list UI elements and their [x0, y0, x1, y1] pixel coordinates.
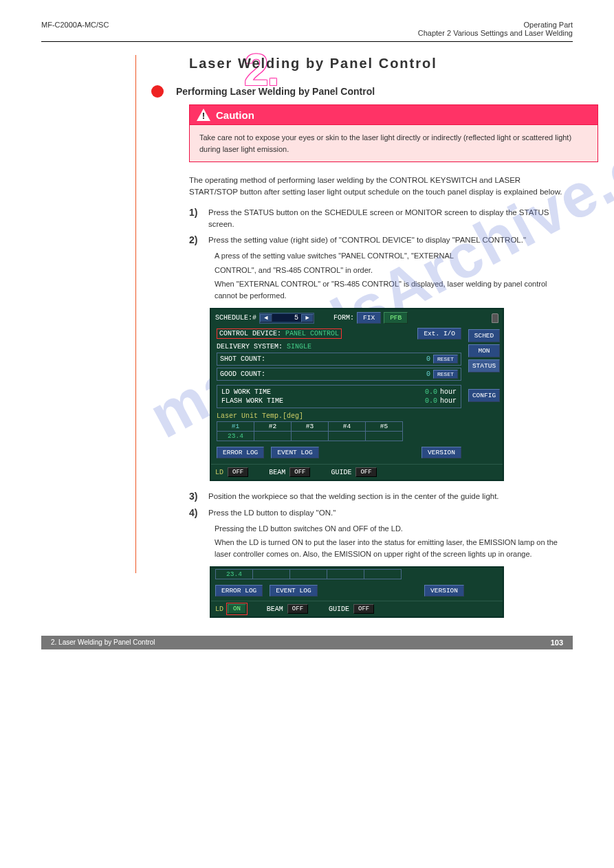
good-count-value: 0 — [426, 370, 430, 378]
subsection-title: Performing Laser Welding by Panel Contro… — [176, 86, 375, 97]
ext-io-button[interactable]: Ext. I/O — [417, 328, 461, 340]
temp-val-5 — [366, 432, 403, 441]
temp-val-5 — [364, 570, 402, 579]
schedule-prev-button[interactable]: ◄ — [260, 314, 272, 322]
pfb-button[interactable]: PFB — [384, 312, 408, 324]
beam-label: BEAM — [267, 605, 283, 613]
step-note: When the LD is turned ON to put the lase… — [215, 537, 567, 559]
step-note: A press of the setting value switches "P… — [215, 250, 567, 262]
temp-table: 23.4 — [215, 569, 402, 579]
footer-left: 2. Laser Welding by Panel Control — [51, 638, 155, 646]
guide-toggle[interactable]: OFF — [355, 467, 376, 477]
bullet-icon — [151, 85, 164, 98]
temp-val-4 — [329, 432, 366, 441]
section-title: Laser Welding by Panel Control — [189, 56, 567, 71]
section-category: Operating Part — [418, 21, 573, 29]
shot-count-label: SHOT COUNT: — [220, 355, 265, 363]
temp-val-4 — [327, 570, 364, 579]
control-device-label: CONTROL DEVICE: — [219, 330, 281, 337]
step-note: Pressing the LD button switches ON and O… — [215, 523, 567, 535]
chapter-ref: Chapter 2 Various Settings and Laser Wel… — [418, 29, 573, 37]
delivery-value: SINGLE — [287, 343, 311, 350]
step-number: 2) — [189, 234, 201, 246]
ld-work-label: LD WORK TIME — [221, 388, 271, 396]
step-number: 3) — [189, 491, 201, 502]
accent-rule — [135, 55, 136, 573]
guide-label: GUIDE — [331, 469, 351, 476]
intro-text: The operating method of performing laser… — [189, 175, 567, 199]
temp-val-1: 23.4 — [217, 432, 254, 441]
temp-col-4: #4 — [329, 422, 366, 432]
caution-label: Caution — [216, 109, 254, 121]
hour-unit: hour — [440, 397, 457, 405]
flash-work-value: 0.0 — [425, 397, 437, 405]
schedule-label: SCHEDULE:# — [215, 314, 256, 322]
work-time-box: LD WORK TIME0.0hour FLASH WORK TIME0.0ho… — [217, 385, 461, 408]
caution-header: Caution — [189, 104, 598, 124]
step-text: Press the setting value (right side) of … — [208, 234, 567, 246]
temp-val-3 — [290, 570, 327, 579]
emission-lamp-icon — [492, 313, 498, 323]
tab-sched[interactable]: SCHED — [468, 329, 500, 342]
step-note: When "EXTERNAL CONTROL" or "RS-485 CONTR… — [215, 278, 567, 301]
screen-topbar: SCHEDULE:# ◄ 5 ► FORM: FIX PFB — [211, 309, 503, 326]
step-4: 4) Press the LD button to display "ON." — [189, 507, 567, 519]
beam-toggle[interactable]: OFF — [287, 604, 308, 614]
status-screen: SCHEDULE:# ◄ 5 ► FORM: FIX PFB CONTROL D… — [210, 308, 504, 481]
temp-col-3: #3 — [292, 422, 329, 432]
step-text: Press the LD button to display "ON." — [208, 507, 567, 519]
temp-val-3 — [292, 432, 329, 441]
event-log-button[interactable]: EVENT LOG — [270, 585, 317, 597]
temp-val-2 — [254, 432, 292, 441]
tab-mon[interactable]: MON — [468, 344, 500, 357]
step-2: 2) Press the setting value (right side) … — [189, 234, 567, 246]
ld-label: LD — [215, 469, 223, 476]
guide-label: GUIDE — [329, 605, 349, 613]
delivery-label: DELIVERY SYSTEM: — [217, 343, 283, 350]
schedule-value[interactable]: 5 — [272, 314, 301, 322]
ld-toggle[interactable]: OFF — [228, 467, 248, 477]
shot-count-value: 0 — [426, 355, 430, 363]
version-button[interactable]: VERSION — [421, 447, 461, 458]
screen-bottom-bar: LD OFF BEAM OFF GUIDE OFF — [211, 464, 503, 480]
tab-column: SCHED MON STATUS CONFIG — [465, 326, 503, 464]
good-count-row: GOOD COUNT: 0 RESET — [217, 368, 461, 381]
fix-button[interactable]: FIX — [357, 312, 381, 324]
event-log-button[interactable]: EVENT LOG — [271, 447, 318, 458]
beam-toggle[interactable]: OFF — [289, 467, 310, 477]
subsection-row: Performing Laser Welding by Panel Contro… — [151, 85, 567, 98]
step-text: Position the workpiece so that the weldi… — [208, 491, 567, 502]
error-log-button[interactable]: ERROR LOG — [215, 585, 263, 597]
ld-toggle-on[interactable]: ON — [228, 604, 246, 614]
error-log-button[interactable]: ERROR LOG — [217, 447, 264, 458]
status-screen-cropped: 23.4 ERROR LOG EVENT LOG VERSION LD ON — [210, 566, 504, 618]
ld-work-value: 0.0 — [425, 388, 437, 396]
flash-work-label: FLASH WORK TIME — [221, 397, 283, 405]
control-device-value[interactable]: PANEL CONTROL — [285, 330, 339, 337]
doc-id: MF-C2000A-MC/SC — [41, 21, 109, 37]
schedule-next-button[interactable]: ► — [301, 314, 314, 322]
guide-toggle[interactable]: OFF — [353, 604, 374, 614]
step-note: CONTROL", and "RS-485 CONTROL" in order. — [215, 265, 567, 276]
temp-val-2 — [253, 570, 290, 579]
temp-col-2: #2 — [254, 422, 292, 432]
good-reset-button[interactable]: RESET — [433, 370, 458, 379]
beam-label: BEAM — [269, 469, 285, 476]
step-3: 3) Position the workpiece so that the we… — [189, 491, 567, 502]
tab-status[interactable]: STATUS — [468, 359, 500, 372]
step-number: 4) — [189, 507, 201, 519]
ld-label: LD — [215, 605, 223, 613]
shot-count-row: SHOT COUNT: 0 RESET — [217, 353, 461, 366]
version-button[interactable]: VERSION — [424, 585, 464, 597]
temp-col-5: #5 — [366, 422, 403, 432]
good-count-label: GOOD COUNT: — [220, 370, 265, 378]
form-label: FORM: — [333, 314, 354, 322]
tab-config[interactable]: CONFIG — [468, 389, 500, 402]
shot-reset-button[interactable]: RESET — [433, 355, 458, 364]
screen-bottom-bar: LD ON BEAM OFF GUIDE OFF — [211, 601, 503, 616]
caution-box: Caution Take care not to expose your eye… — [189, 104, 598, 162]
step-number: 1) — [189, 207, 201, 231]
step-1: 1) Press the STATUS button on the SCHEDU… — [189, 207, 567, 231]
warning-icon — [197, 109, 210, 121]
control-device-highlight: CONTROL DEVICE: PANEL CONTROL — [217, 329, 342, 339]
